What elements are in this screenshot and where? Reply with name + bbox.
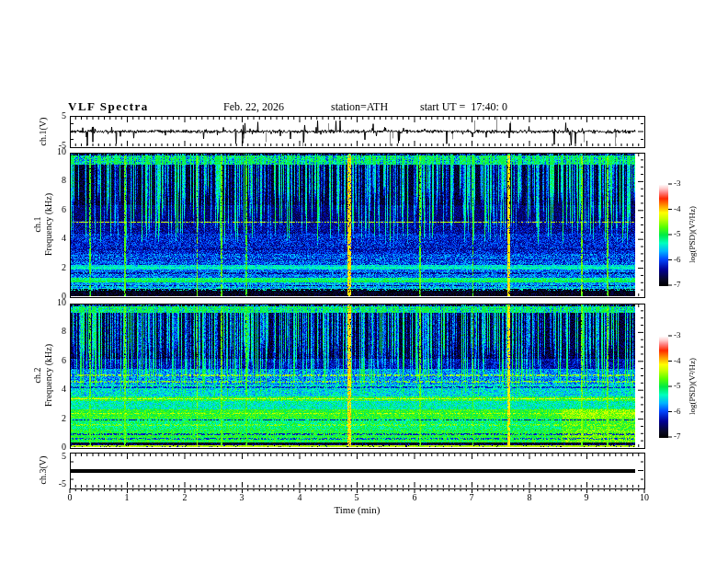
cb1-label: log(PSD)(V²/Hz) [688,206,698,263]
xtick-9: 9 [573,493,600,502]
cb2-tick-neg4: -4 [674,357,681,365]
spec1-ytick-8: 8 [39,176,66,185]
spec2-ytick-6: 6 [39,356,66,365]
cb1-tick-neg7: -7 [674,281,681,289]
ch3v-ytick-5: 5 [39,452,66,461]
spec1-axis-label-line2: Frequency (kHz) [43,193,54,256]
vlf-spectra-figure: VLF Spectra Feb. 22, 2026 station=ATH st… [0,0,728,563]
spec2-ytick-8: 8 [39,327,66,336]
spec2-axis-label-line1: ch.2 [32,344,43,407]
xtick-6: 6 [401,493,428,502]
spec1-axis-label: ch.1 Frequency (kHz) [32,193,54,256]
date-label: Feb. 22, 2026 [223,101,284,112]
cb2-tick-neg6: -6 [674,408,681,416]
cb1-tick-neg3: -3 [674,179,681,188]
ch3v-ytick-neg5: -5 [39,479,66,488]
cb2-label: log(PSD)(V²/Hz) [688,358,698,415]
start-ut-label: start UT = 17:40: 0 [420,101,507,112]
xtick-1: 1 [113,493,141,502]
xtick-2: 2 [171,493,199,502]
spec1-axis-label-line1: ch.1 [32,193,43,256]
xtick-0: 0 [56,493,84,502]
cb1-tick-neg5: -5 [674,230,681,238]
spec1-ytick-6: 6 [39,205,66,214]
spec2-ytick-10: 10 [39,298,66,307]
x-axis-label: Time (min) [70,505,644,515]
spec2-axis-label: ch.2 Frequency (kHz) [32,344,54,407]
figure-canvas [0,0,728,563]
ch1v-ytick-5: 5 [39,111,66,121]
xtick-3: 3 [228,493,256,502]
xtick-7: 7 [458,493,485,502]
spec2-axis-label-line2: Frequency (kHz) [43,344,54,407]
xtick-5: 5 [343,493,370,502]
station-label: station=ATH [331,101,388,112]
spec2-ytick-2: 2 [39,414,66,423]
cb1-tick-neg4: -4 [674,205,681,213]
spec1-ytick-4: 4 [39,234,66,243]
cb2-tick-neg5: -5 [674,382,681,390]
spec1-ytick-10: 10 [39,147,66,156]
xtick-10: 10 [631,493,658,502]
page-title: VLF Spectra [68,100,149,112]
cb2-tick-neg3: -3 [674,331,681,339]
xtick-4: 4 [286,493,313,502]
xtick-8: 8 [516,493,543,502]
spec1-ytick-2: 2 [39,263,66,272]
cb1-tick-neg6: -6 [674,256,681,264]
spec2-ytick-4: 4 [39,385,66,394]
cb2-tick-neg7: -7 [674,432,681,441]
